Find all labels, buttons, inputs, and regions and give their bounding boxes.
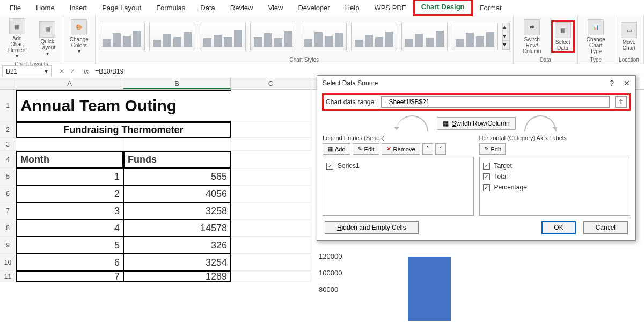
cell-subtitle[interactable]: Fundraising Thermometer [16, 122, 231, 138]
tab-home[interactable]: Home [28, 1, 62, 15]
move-chart-button[interactable]: ▭ MoveChart [618, 21, 640, 52]
cell-A3[interactable] [16, 138, 123, 151]
category-row-2[interactable]: ✓Total [483, 171, 627, 182]
tab-wps-pdf[interactable]: WPS PDF [367, 1, 413, 15]
cell-A8[interactable]: 4 [16, 219, 123, 237]
series-row-1[interactable]: ✓ Series1 [326, 160, 470, 171]
switch-row-column-button[interactable]: ⇄ Switch Row/Column [517, 18, 547, 55]
cell-B5[interactable]: 565 [123, 168, 231, 185]
series-list[interactable]: ✓ Series1 [323, 157, 474, 216]
cell-B6[interactable]: 4056 [123, 185, 231, 202]
chart-style-5[interactable] [301, 23, 347, 50]
checkbox-checked-icon[interactable]: ✓ [483, 163, 490, 170]
col-header-C[interactable]: C [231, 78, 311, 89]
cell-A6[interactable]: 2 [16, 185, 123, 202]
move-up-button[interactable]: ˄ [422, 143, 433, 155]
edit-axis-labels-button[interactable]: ✎Edit [479, 143, 506, 155]
cell-C7[interactable] [231, 202, 311, 219]
cell-A9[interactable]: 5 [16, 237, 123, 254]
change-chart-type-button[interactable]: 📊 ChangeChart Type [581, 18, 611, 55]
cell-A10[interactable]: 6 [16, 254, 123, 271]
tab-format[interactable]: Format [472, 1, 509, 15]
cell-C5[interactable] [231, 168, 311, 185]
row-header-11[interactable]: 11 [0, 271, 16, 282]
row-header-8[interactable]: 8 [0, 219, 16, 237]
switch-row-column-dialog-button[interactable]: ▦ Switch Row/Column [437, 117, 515, 130]
row-header-5[interactable]: 5 [0, 168, 16, 185]
add-chart-element-button[interactable]: ▦ Add ChartElement ▾ [3, 17, 31, 60]
name-box[interactable]: B21 ▾ [2, 65, 52, 77]
cell-C3[interactable] [231, 138, 311, 151]
cell-header-funds[interactable]: Funds [123, 151, 231, 168]
hidden-empty-cells-button[interactable]: Hidden and Empty Cells [325, 221, 419, 234]
select-all-corner[interactable] [0, 78, 16, 89]
cell-B11[interactable]: 1289 [123, 271, 231, 282]
cell-header-month[interactable]: Month [16, 151, 123, 168]
checkbox-checked-icon[interactable]: ✓ [483, 184, 490, 191]
tab-insert[interactable]: Insert [62, 1, 95, 15]
cell-C4[interactable] [231, 151, 311, 168]
dialog-help-icon[interactable]: ? [610, 79, 614, 87]
ok-button[interactable]: OK [541, 221, 575, 234]
cell-C1[interactable] [231, 90, 311, 122]
cancel-button[interactable]: Cancel [583, 221, 628, 234]
edit-series-button[interactable]: ✎Edit [353, 143, 379, 155]
cell-B8[interactable]: 14578 [123, 219, 231, 237]
style-gallery-scroll[interactable]: ▴▾▾ [502, 23, 510, 50]
category-row-1[interactable]: ✓Target [483, 160, 627, 171]
move-down-button[interactable]: ˅ [435, 143, 446, 155]
cell-C11[interactable] [231, 271, 311, 282]
enter-formula-icon[interactable]: ✓ [70, 68, 75, 75]
tab-view[interactable]: View [260, 1, 290, 15]
change-colors-button[interactable]: 🎨 ChangeColors ▾ [67, 18, 92, 55]
row-header-6[interactable]: 6 [0, 185, 16, 202]
cell-C2[interactable] [231, 122, 311, 138]
tab-page-layout[interactable]: Page Layout [94, 1, 149, 15]
checkbox-checked-icon[interactable]: ✓ [326, 163, 333, 170]
dialog-titlebar[interactable]: Select Data Source ? ✕ [317, 76, 635, 91]
chart-style-4[interactable] [250, 23, 296, 50]
col-header-B[interactable]: B [123, 78, 231, 89]
cell-A11[interactable]: 7 [16, 271, 123, 282]
select-data-button[interactable]: ▦ SelectData [552, 21, 574, 52]
tab-formulas[interactable]: Formulas [149, 1, 193, 15]
quick-layout-button[interactable]: ▤ QuickLayout ▾ [35, 20, 60, 57]
chart-preview[interactable]: 120000 100000 80000 [317, 252, 628, 322]
chart-style-2[interactable] [149, 23, 195, 50]
fx-icon[interactable]: fx [80, 68, 92, 75]
tab-help[interactable]: Help [338, 1, 367, 15]
cell-title[interactable]: Annual Team Outing [16, 90, 231, 122]
chart-style-3[interactable] [200, 23, 246, 50]
chart-style-6[interactable] [351, 23, 397, 50]
tab-chart-design[interactable]: Chart Design [414, 0, 472, 16]
row-header-2[interactable]: 2 [0, 122, 16, 138]
chart-style-1[interactable] [99, 23, 145, 50]
cancel-formula-icon[interactable]: ✕ [59, 68, 64, 75]
chart-data-range-input[interactable] [381, 96, 610, 108]
cell-A7[interactable]: 3 [16, 202, 123, 219]
cell-C8[interactable] [231, 219, 311, 237]
cell-B7[interactable]: 3258 [123, 202, 231, 219]
checkbox-checked-icon[interactable]: ✓ [483, 173, 490, 180]
add-series-button[interactable]: ▦Add [323, 143, 350, 155]
cell-A5[interactable]: 1 [16, 168, 123, 185]
collapse-range-icon[interactable]: ↥ [615, 96, 627, 108]
row-header-4[interactable]: 4 [0, 151, 16, 168]
cell-B9[interactable]: 326 [123, 237, 231, 254]
cell-B10[interactable]: 3254 [123, 254, 231, 271]
cell-C6[interactable] [231, 185, 311, 202]
tab-file[interactable]: File [2, 1, 28, 15]
category-row-3[interactable]: ✓Percentage [483, 182, 627, 193]
cell-C10[interactable] [231, 254, 311, 271]
cell-C9[interactable] [231, 237, 311, 254]
tab-developer[interactable]: Developer [290, 1, 337, 15]
chart-style-7[interactable] [401, 23, 448, 50]
row-header-9[interactable]: 9 [0, 237, 16, 254]
category-list[interactable]: ✓Target ✓Total ✓Percentage [479, 157, 631, 216]
remove-series-button[interactable]: ✕Remove [382, 143, 420, 155]
row-header-3[interactable]: 3 [0, 138, 16, 151]
tab-data[interactable]: Data [193, 1, 222, 15]
row-header-7[interactable]: 7 [0, 202, 16, 219]
chart-style-8[interactable] [452, 23, 498, 50]
cell-B3[interactable] [123, 138, 231, 151]
